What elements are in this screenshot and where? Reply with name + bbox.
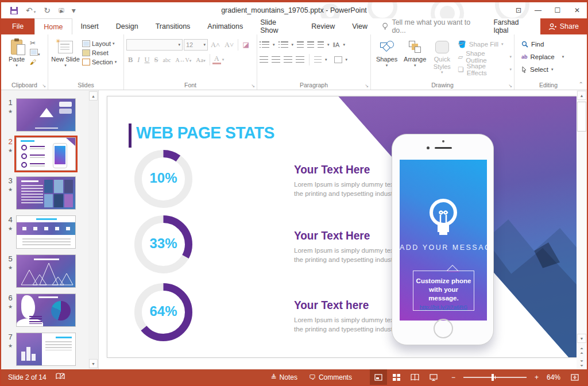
next-slide-icon[interactable]: ⏷⏷	[577, 359, 586, 368]
layout-button[interactable]: Layout▾	[80, 40, 118, 48]
find-button[interactable]: Find	[521, 38, 580, 50]
stat-heading[interactable]: Your Text Here	[294, 229, 370, 242]
select-button[interactable]: Select ▾	[521, 64, 580, 75]
cut-icon[interactable]: ✂	[30, 39, 40, 47]
font-color-icon[interactable]: A	[212, 55, 221, 64]
tell-me-box[interactable]: Tell me what you want to do...	[376, 18, 486, 34]
zoom-slider[interactable]	[463, 377, 527, 378]
close-icon[interactable]: ✕	[567, 3, 587, 18]
comments-button[interactable]: 🗨 Comments	[304, 369, 357, 385]
slide-thumbnail-selected[interactable]	[16, 137, 76, 171]
grow-font-icon[interactable]: A˄	[209, 41, 222, 49]
thumbnail-item-1[interactable]: 1★	[5, 98, 88, 132]
thumbnail-item-7[interactable]: 7★	[5, 333, 88, 366]
strikethrough-icon[interactable]: S	[153, 56, 160, 64]
slide-thumbnail[interactable]	[16, 98, 76, 132]
shapes-button[interactable]: Shapes ▾	[373, 37, 400, 75]
zoom-slider-thumb[interactable]	[492, 374, 494, 381]
align-center-icon[interactable]	[272, 56, 280, 63]
font-color-dropdown[interactable]: ▾	[222, 57, 225, 62]
clipboard-dialog-launcher-icon[interactable]: ↘	[42, 83, 46, 88]
copy-icon[interactable]: ▾	[30, 49, 40, 57]
maximize-icon[interactable]: ☐	[548, 3, 567, 18]
scrollbar-thumb[interactable]	[577, 102, 586, 132]
save-icon[interactable]	[10, 7, 18, 14]
bold-icon[interactable]: B	[126, 56, 134, 64]
phone-callout[interactable]: Customize phonewith your message. http:/…	[413, 271, 474, 311]
callout-link[interactable]: http://bit.ly/2j7a6RG	[413, 304, 474, 310]
normal-view-button[interactable]	[370, 369, 387, 385]
scroll-up-icon[interactable]: ▲	[577, 91, 586, 100]
character-spacing-icon[interactable]: A↔V▾	[173, 57, 193, 63]
slide-thumbnail[interactable]	[16, 294, 76, 327]
slide-thumbnail[interactable]	[16, 176, 76, 210]
text-shadow-icon[interactable]: abc	[161, 57, 173, 63]
shape-outline-button[interactable]: ▱Shape Outline▾	[458, 51, 512, 63]
panel-scrollbar[interactable]: ▲ ▼	[88, 90, 98, 369]
replace-button[interactable]: ab Replace ▾	[521, 51, 580, 63]
main-scrollbar[interactable]: ▲ ▼ ⏶⏶ ⏷⏷	[577, 90, 587, 369]
fit-slide-to-window-button[interactable]	[566, 369, 583, 385]
reading-view-button[interactable]	[407, 369, 424, 385]
tab-insert[interactable]: Insert	[72, 18, 107, 34]
tab-transitions[interactable]: Transitions	[147, 18, 199, 34]
start-slideshow-icon[interactable]: ⎚▶	[59, 7, 64, 14]
shrink-font-icon[interactable]: A˅	[223, 41, 235, 49]
clear-formatting-icon[interactable]: ◪	[241, 40, 251, 49]
stat-heading[interactable]: Your Text here	[294, 299, 369, 312]
line-spacing-icon[interactable]	[318, 41, 324, 48]
collapse-ribbon-icon[interactable]: ⌃	[579, 81, 583, 87]
customize-qat-icon[interactable]: ▾	[72, 6, 76, 14]
align-left-icon[interactable]	[260, 56, 268, 63]
thumbnail-item-2[interactable]: 2★	[5, 137, 88, 171]
convert-smartart-icon[interactable]	[334, 56, 342, 63]
notes-button[interactable]: ≜ Notes	[266, 369, 303, 385]
arrange-button[interactable]: Arrange ▾	[400, 37, 430, 75]
slide-thumbnail[interactable]	[16, 215, 76, 249]
previous-slide-icon[interactable]: ⏶⏶	[577, 346, 586, 356]
bullets-icon[interactable]	[260, 41, 269, 48]
zoom-level[interactable]: 64%	[542, 373, 565, 381]
thumbnail-item-3[interactable]: 3★	[5, 176, 88, 210]
slide-indicator[interactable]: Slide 2 of 14	[8, 373, 47, 381]
change-case-icon[interactable]: Aa▾	[194, 56, 207, 63]
shape-effects-button[interactable]: ❏Shape Effects▾	[458, 64, 512, 75]
quick-styles-button[interactable]: Quick Styles ▾	[430, 37, 454, 75]
zoom-out-icon[interactable]: −	[443, 373, 458, 381]
minimize-icon[interactable]: —	[528, 3, 548, 18]
spell-check-icon[interactable]	[56, 372, 65, 382]
increase-indent-icon[interactable]	[307, 41, 314, 48]
font-size-combo[interactable]: 12▾	[184, 39, 208, 51]
slide-title[interactable]: WEB PAGE STATS	[136, 123, 274, 142]
thumbnail-item-4[interactable]: 4★	[5, 215, 88, 249]
share-button[interactable]: Share	[540, 18, 587, 34]
italic-icon[interactable]: I	[136, 56, 141, 64]
drawing-dialog-launcher-icon[interactable]: ↘	[508, 83, 512, 88]
shape-fill-button[interactable]: 🪣Shape Fill▾	[458, 38, 512, 50]
ribbon-display-options-icon[interactable]: ⊡	[509, 3, 528, 18]
slide-canvas[interactable]: WEB PAGE STATS 10% Your Text Here Lorem …	[107, 96, 578, 358]
text-direction-icon[interactable]: ‖A	[333, 41, 340, 48]
tab-view[interactable]: View	[343, 18, 376, 34]
thumbnail-item-6[interactable]: 6★	[5, 294, 88, 327]
thumbnail-item-5[interactable]: 5★	[5, 254, 88, 288]
tab-review[interactable]: Review	[303, 18, 343, 34]
font-name-combo[interactable]: ▾	[126, 39, 183, 51]
align-right-icon[interactable]	[284, 56, 292, 63]
undo-icon[interactable]: ↶ ▾	[26, 6, 36, 14]
numbering-icon[interactable]	[278, 41, 288, 48]
scroll-down-icon[interactable]: ▼	[577, 334, 586, 343]
font-dialog-launcher-icon[interactable]: ↘	[251, 83, 255, 88]
section-button[interactable]: Section▾	[80, 58, 118, 66]
slide-thumbnail[interactable]	[16, 254, 76, 288]
tab-design[interactable]: Design	[107, 18, 147, 34]
format-painter-icon[interactable]: 🖌	[30, 59, 40, 65]
scroll-down-icon[interactable]: ▼	[89, 359, 98, 368]
phone-mockup[interactable]: ADD YOUR MESSAGE Customize phonewith you…	[392, 134, 494, 345]
tab-slide-show[interactable]: Slide Show	[252, 18, 303, 34]
phone-message[interactable]: ADD YOUR MESSAGE	[400, 244, 487, 252]
justify-icon[interactable]	[296, 56, 304, 63]
underline-icon[interactable]: U	[143, 56, 152, 64]
reset-button[interactable]: Reset	[80, 49, 118, 57]
paragraph-dialog-launcher-icon[interactable]: ↘	[365, 83, 369, 88]
